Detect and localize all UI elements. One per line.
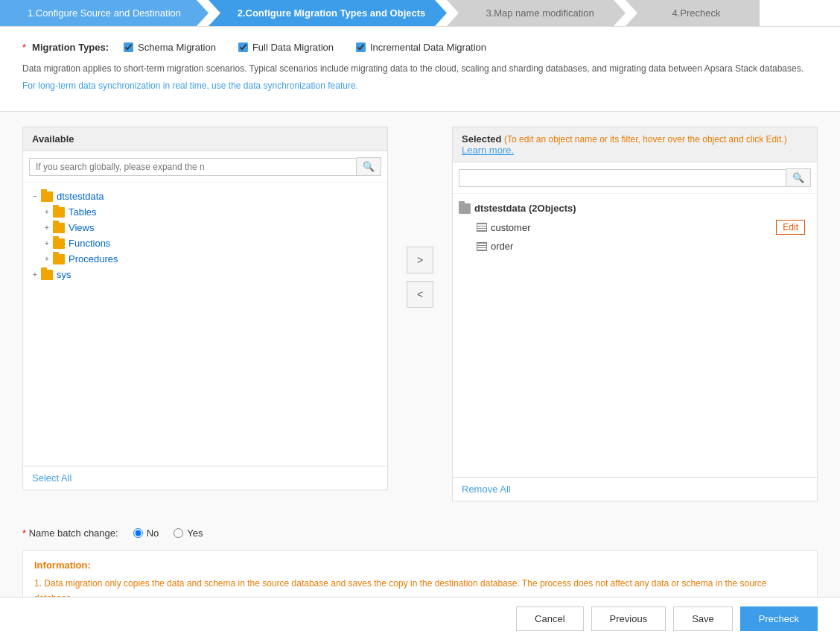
- tree-item-dtstestdata[interactable]: − dtstestdata: [29, 188, 381, 204]
- expander-procedures: +: [41, 255, 53, 263]
- available-panel: Available 🔍 − dtstestdata + Tables +: [22, 127, 388, 490]
- folder-icon-views: [53, 223, 65, 233]
- name-batch-no-label: No: [147, 527, 159, 539]
- previous-button[interactable]: Previous: [591, 606, 666, 631]
- select-all-link[interactable]: Select All: [32, 472, 71, 484]
- incremental-data-migration-checkbox[interactable]: Incremental Data Migration: [356, 42, 486, 53]
- name-batch-label: * Name batch change:: [22, 527, 118, 539]
- edit-hint: (To edit an object name or its filter, h…: [504, 134, 787, 145]
- tree-item-sys[interactable]: + sys: [29, 267, 381, 282]
- expander-dtstestdata: −: [29, 192, 41, 200]
- name-batch-yes-input[interactable]: [174, 528, 183, 538]
- name-batch-no-option[interactable]: No: [133, 527, 159, 539]
- expander-tables: +: [41, 208, 53, 216]
- tree-item-procedures[interactable]: + Procedures: [29, 251, 381, 267]
- migration-types-label: Migration Types:: [32, 42, 109, 53]
- table-icon-order: [477, 242, 487, 251]
- tree-label-views: Views: [69, 222, 94, 233]
- selected-search-button[interactable]: 🔍: [786, 168, 811, 187]
- tree-label-tables: Tables: [69, 206, 97, 218]
- wizard-step-1[interactable]: 1.Configure Source and Destination: [0, 0, 209, 26]
- table-row-order[interactable]: order: [459, 238, 811, 255]
- incremental-data-migration-label: Incremental Data Migration: [370, 42, 486, 53]
- information-title: Information:: [34, 560, 806, 571]
- full-data-migration-input[interactable]: [238, 42, 248, 52]
- selected-search-row: 🔍: [453, 162, 817, 194]
- step2-label: 2.Configure Migration Types and Objects: [238, 7, 426, 19]
- table-name-customer: customer: [491, 222, 776, 233]
- expander-sys: +: [29, 270, 41, 279]
- name-batch-no-input[interactable]: [133, 528, 143, 538]
- selected-panel: Selected (To edit an object name or its …: [452, 127, 818, 501]
- cancel-button[interactable]: Cancel: [516, 606, 583, 631]
- selected-panel-header: Selected (To edit an object name or its …: [453, 127, 817, 162]
- selected-db-header: dtstestdata (2Objects): [459, 200, 811, 217]
- schema-migration-input[interactable]: [124, 42, 133, 52]
- migration-types-row: * Migration Types: Schema Migration Full…: [22, 42, 818, 53]
- name-batch-required: *: [22, 527, 26, 539]
- available-panel-header: Available: [23, 127, 387, 151]
- wizard-steps: 1.Configure Source and Destination 2.Con…: [0, 0, 840, 27]
- available-search-input[interactable]: [29, 158, 357, 176]
- selected-panel-body: dtstestdata (2Objects) customer Edit ord…: [453, 194, 817, 477]
- step1-label: 1.Configure Source and Destination: [28, 7, 181, 19]
- available-search-row: 🔍: [23, 151, 387, 183]
- schema-migration-label: Schema Migration: [138, 42, 216, 53]
- folder-icon-functions: [53, 238, 65, 249]
- learn-more-link[interactable]: Learn more.: [462, 145, 514, 156]
- wizard-step-2[interactable]: 2.Configure Migration Types and Objects: [209, 0, 447, 26]
- selected-panel-footer: Remove All: [453, 477, 817, 501]
- step3-label: 3.Map name modification: [486, 7, 594, 19]
- selected-db-name: dtstestdata (2Objects): [474, 203, 576, 214]
- sync-feature-link[interactable]: For long-term data synchronization in re…: [22, 80, 358, 91]
- migration-info-line2: For long-term data synchronization in re…: [22, 79, 818, 93]
- tree-item-tables[interactable]: + Tables: [29, 204, 381, 220]
- left-arrow-icon: <: [417, 288, 423, 300]
- name-batch-row: * Name batch change: No Yes: [22, 527, 818, 539]
- name-batch-text: Name batch change:: [29, 527, 118, 539]
- available-title: Available: [32, 133, 74, 145]
- incremental-data-migration-input[interactable]: [356, 42, 366, 52]
- move-left-button[interactable]: <: [407, 281, 433, 308]
- edit-button-customer[interactable]: Edit: [776, 220, 805, 235]
- tree-label-procedures: Procedures: [69, 253, 118, 264]
- arrow-buttons: > <: [403, 247, 437, 308]
- move-right-button[interactable]: >: [407, 247, 433, 273]
- table-name-order: order: [491, 241, 805, 252]
- migration-types-section: * Migration Types: Schema Migration Full…: [0, 27, 840, 112]
- folder-icon-tables: [53, 207, 65, 218]
- schema-migration-checkbox[interactable]: Schema Migration: [124, 42, 216, 53]
- full-data-migration-label: Full Data Migration: [252, 42, 334, 53]
- footer-bar: Cancel Previous Save Precheck: [0, 597, 840, 640]
- selected-label: Selected: [462, 133, 501, 145]
- folder-icon-procedures: [53, 254, 65, 264]
- selected-search-input[interactable]: [459, 169, 786, 187]
- name-batch-yes-label: Yes: [187, 527, 203, 539]
- tree-label-sys: sys: [57, 269, 71, 280]
- available-panel-body: − dtstestdata + Tables + Views + Functio…: [23, 183, 387, 466]
- tree-label-functions: Functions: [69, 238, 110, 249]
- table-icon-customer: [477, 223, 487, 232]
- tree-item-functions[interactable]: + Functions: [29, 235, 381, 251]
- transfer-area: Available 🔍 − dtstestdata + Tables +: [0, 112, 840, 516]
- available-search-button[interactable]: 🔍: [357, 157, 381, 176]
- migration-info-line1: Data migration applies to short-term mig…: [22, 62, 818, 76]
- db-folder-icon: [459, 203, 471, 214]
- table-row-customer[interactable]: customer Edit: [459, 217, 811, 238]
- expander-functions: +: [41, 239, 53, 247]
- required-marker: *: [22, 42, 26, 53]
- right-arrow-icon: >: [417, 254, 423, 266]
- tree-label-dtstestdata: dtstestdata: [57, 191, 104, 202]
- remove-all-link[interactable]: Remove All: [462, 484, 511, 495]
- wizard-step-3[interactable]: 3.Map name modification: [447, 0, 626, 26]
- tree-item-views[interactable]: + Views: [29, 220, 381, 235]
- precheck-button[interactable]: Precheck: [740, 606, 818, 631]
- folder-icon-sys: [41, 270, 53, 280]
- save-button[interactable]: Save: [673, 606, 733, 631]
- folder-icon-dtstestdata: [41, 191, 53, 202]
- available-panel-footer: Select All: [23, 466, 387, 489]
- name-batch-yes-option[interactable]: Yes: [174, 527, 203, 539]
- full-data-migration-checkbox[interactable]: Full Data Migration: [238, 42, 334, 53]
- wizard-step-4[interactable]: 4.Precheck: [626, 0, 760, 26]
- step4-label: 4.Precheck: [672, 7, 720, 19]
